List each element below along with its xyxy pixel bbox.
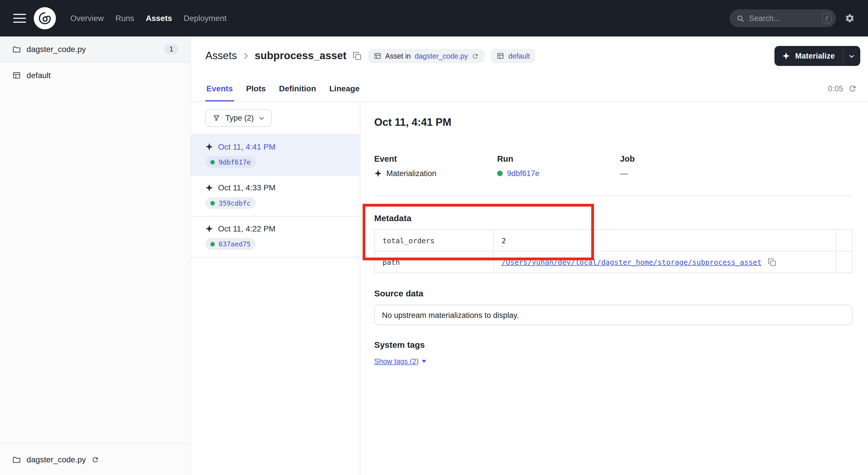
sidebar-item-code-location[interactable]: dagster_code.py 1: [0, 36, 190, 63]
tab-plots[interactable]: Plots: [245, 84, 267, 101]
sidebar-item-label: default: [27, 71, 51, 80]
top-navbar: Overview Runs Assets Deployment /: [0, 0, 868, 36]
source-data-empty-message: No upstream materializations to display.: [374, 305, 852, 325]
search-input[interactable]: [749, 14, 817, 23]
sparkle-icon: [782, 52, 790, 60]
materialize-button[interactable]: Materialize: [775, 46, 842, 66]
success-dot-icon: [497, 171, 503, 176]
success-dot-icon: [210, 201, 215, 205]
event-timestamp: Oct 11, 4:41 PM: [218, 143, 276, 151]
menu-icon[interactable]: [13, 14, 26, 23]
materialization-icon: [374, 170, 382, 177]
repo-badge: default: [491, 49, 535, 63]
materialize-dropdown-button[interactable]: [842, 46, 860, 66]
nav-overview[interactable]: Overview: [69, 12, 105, 25]
search-shortcut-key: /: [822, 13, 832, 23]
settings-gear-icon[interactable]: [845, 13, 855, 23]
tab-lineage[interactable]: Lineage: [328, 84, 361, 101]
main-content: Assets subprocess_asset: [191, 36, 868, 475]
event-detail-title: Oct 11, 4:41 PM: [374, 116, 852, 128]
search-box[interactable]: /: [730, 9, 836, 27]
breadcrumb: Assets subprocess_asset: [206, 50, 362, 62]
nav-deployment[interactable]: Deployment: [183, 12, 228, 25]
metadata-gutter: [836, 251, 852, 273]
event-row[interactable]: Oct 11, 4:33 PM 359cdbfc: [191, 175, 360, 216]
reload-icon[interactable]: [92, 455, 99, 463]
event-row[interactable]: Oct 11, 4:41 PM 9dbf617e: [191, 135, 360, 176]
repo-icon: [12, 71, 21, 80]
success-dot-icon: [210, 242, 215, 246]
copy-icon[interactable]: [768, 258, 776, 266]
repo-icon: [374, 52, 381, 60]
run-id-pill[interactable]: 359cdbfc: [206, 197, 256, 209]
events-list-panel: Type (2) Oct 11, 4:41 PM: [191, 102, 360, 475]
metadata-row: path /Users/yuhan/dev/local/dagster_home…: [375, 251, 852, 273]
copy-icon[interactable]: [352, 51, 361, 60]
event-timestamp: Oct 11, 4:33 PM: [218, 183, 276, 192]
run-column-label: Run: [497, 154, 620, 164]
reload-icon[interactable]: [472, 52, 479, 59]
sidebar-item-default-repo[interactable]: default: [0, 63, 190, 88]
event-type-value: Materialization: [386, 169, 436, 178]
materialize-label: Materialize: [795, 51, 835, 60]
refresh-timer: 0:05: [828, 84, 843, 93]
dagster-logo-icon[interactable]: [34, 7, 56, 29]
metadata-path-link[interactable]: /Users/yuhan/dev/local/dagster_home/stor…: [501, 258, 762, 266]
job-column-label: Job: [620, 154, 743, 164]
system-tags-heading: System tags: [374, 340, 852, 350]
nav-runs[interactable]: Runs: [114, 12, 135, 25]
run-id: 9dbf617e: [219, 158, 251, 166]
run-id-pill[interactable]: 9dbf617e: [206, 156, 256, 168]
refresh-status: 0:05: [828, 84, 857, 93]
tab-definition[interactable]: Definition: [278, 84, 317, 101]
metadata-row: total_orders 2: [375, 230, 852, 251]
show-tags-toggle[interactable]: Show tags (2): [374, 357, 427, 365]
tab-events[interactable]: Events: [206, 84, 234, 101]
metadata-key: total_orders: [375, 230, 494, 251]
show-tags-label: Show tags (2): [374, 357, 419, 365]
breadcrumb-assets-link[interactable]: Assets: [206, 50, 237, 62]
filter-funnel-icon: [213, 114, 220, 122]
nav-assets[interactable]: Assets: [145, 12, 173, 25]
section-divider: [374, 196, 852, 196]
run-id-pill[interactable]: 637aed75: [206, 238, 256, 250]
sidebar-footer-code-location[interactable]: dagster_code.py: [0, 443, 190, 475]
type-filter-button[interactable]: Type (2): [206, 109, 272, 127]
source-data-heading: Source data: [374, 289, 852, 299]
repo-icon: [497, 52, 504, 60]
materialize-split-button: Materialize: [775, 46, 860, 66]
sidebar: dagster_code.py 1 default dagster_code.p…: [0, 36, 191, 475]
metadata-table: total_orders 2 path /Users/yuhan/dev/loc…: [374, 229, 852, 273]
event-row[interactable]: Oct 11, 4:22 PM 637aed75: [191, 216, 360, 258]
run-id: 359cdbfc: [219, 199, 251, 207]
asset-in-prefix: Asset in: [385, 52, 411, 60]
caret-down-icon: [422, 360, 426, 363]
success-dot-icon: [210, 160, 215, 164]
materialization-icon: [206, 184, 213, 191]
sidebar-footer-label: dagster_code.py: [27, 455, 86, 464]
repo-default-link[interactable]: default: [508, 52, 530, 60]
event-info-columns: Event Materialization Run: [374, 154, 852, 178]
materialization-icon: [206, 143, 213, 151]
chevron-down-icon: [259, 115, 265, 121]
metadata-value: 2: [493, 230, 836, 251]
materialization-icon: [206, 225, 213, 233]
primary-nav: Overview Runs Assets Deployment: [69, 12, 228, 25]
metadata-heading: Metadata: [374, 213, 852, 224]
tabs: Events Plots Definition Lineage: [206, 75, 361, 101]
refresh-icon[interactable]: [848, 84, 857, 93]
tabs-row: Events Plots Definition Lineage 0:05: [191, 75, 868, 102]
event-timestamp: Oct 11, 4:22 PM: [218, 224, 276, 233]
metadata-key: path: [375, 251, 494, 273]
sidebar-item-label: dagster_code.py: [27, 45, 86, 54]
page-title: subprocess_asset: [255, 50, 346, 62]
asset-count-badge: 1: [164, 44, 178, 54]
asset-header: Assets subprocess_asset: [191, 36, 868, 75]
job-empty-value: —: [620, 169, 628, 178]
folder-icon: [12, 45, 21, 54]
run-id-link[interactable]: 9dbf617e: [507, 169, 539, 178]
chevron-right-icon: [242, 52, 250, 60]
event-detail-panel: Oct 11, 4:41 PM Event Materialization: [361, 102, 868, 475]
code-location-link[interactable]: dagster_code.py: [415, 52, 468, 60]
run-id: 637aed75: [219, 240, 251, 248]
